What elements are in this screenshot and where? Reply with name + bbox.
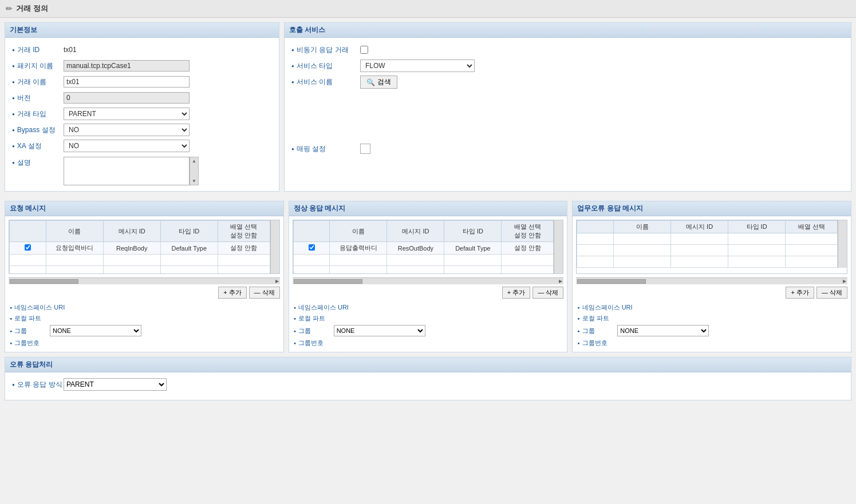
res-v-scrollbar[interactable]: [554, 220, 563, 274]
request-add-button[interactable]: + 추가: [218, 287, 246, 299]
table-row[interactable]: 요청입력바디 ReqInBody Default Type 설정 안함: [10, 242, 270, 255]
response-add-button[interactable]: + 추가: [502, 287, 530, 299]
response-delete-button[interactable]: — 삭제: [532, 287, 563, 299]
req-row-msgid: ReqInBody: [103, 242, 160, 255]
req-row-check[interactable]: [10, 242, 46, 255]
tx-name-row: 거래 이름: [12, 76, 272, 88]
req-v-scrollbar[interactable]: [270, 220, 279, 274]
err-col-array: 배열 선택: [786, 221, 838, 233]
table-row[interactable]: [577, 256, 838, 268]
request-namespace-link[interactable]: 네임스페이스 URI: [10, 303, 279, 312]
package-input[interactable]: [64, 60, 190, 72]
res-row-array: 설정 안함: [502, 242, 554, 255]
basic-info-panel: 기본정보 거래 ID tx01 패키지 이름 거래 이름 버전: [5, 22, 279, 192]
req-col-array: 배열 선택설정 안함: [218, 221, 270, 242]
table-row[interactable]: [293, 266, 554, 275]
table-row[interactable]: [577, 245, 838, 256]
req-h-scroll-arrow: ▶: [275, 279, 279, 284]
res-row-typeid: Default Type: [444, 242, 502, 255]
error-table-container: 이름 메시지 ID 타입 ID 배열 선택: [576, 220, 847, 274]
tx-name-label: 거래 이름: [12, 77, 64, 87]
table-row[interactable]: [10, 266, 270, 275]
service-type-label: 서비스 타입: [291, 61, 360, 71]
version-row: 버전: [12, 92, 272, 104]
response-table-scroll-area: 이름 메시지 ID 타입 ID 배열 선택설정 안함 응답출력바디: [293, 220, 563, 274]
desc-textarea[interactable]: [64, 157, 190, 185]
err-v-scrollbar[interactable]: [838, 220, 847, 268]
req-h-scroll-thumb: [10, 279, 78, 284]
req-h-scrollbar[interactable]: ▶: [9, 277, 280, 284]
request-table-scroll-area: 이름 메시지 ID 타입 ID 배열 선택설정 안함 요청입력바디: [9, 220, 279, 274]
call-service-body: 비동기 응답 거래 서비스 타입 FLOW SERVICE EJB 서비스 이름…: [285, 38, 851, 160]
res-col-msgid: 메시지 ID: [387, 221, 444, 242]
async-row: 비동기 응답 거래: [291, 43, 844, 56]
bypass-row: Bypass 설정 NO YES: [12, 124, 272, 136]
version-input[interactable]: [64, 92, 190, 104]
scroll-up-arrow[interactable]: ▲: [192, 158, 196, 164]
response-table-inner: 이름 메시지 ID 타입 ID 배열 선택설정 안함 응답출력바디: [293, 220, 554, 274]
err-col-msgid: 메시지 ID: [671, 221, 728, 233]
err-col-name: 이름: [614, 221, 671, 233]
scroll-down-arrow[interactable]: ▼: [192, 178, 196, 184]
error-namespace-link[interactable]: 네임스페이스 URI: [577, 303, 846, 312]
table-row[interactable]: [293, 255, 554, 266]
response-group-select[interactable]: NONE GROUP1: [334, 325, 425, 336]
service-name-row: 서비스 이름 🔍 검색: [291, 76, 844, 89]
request-groupnum-label: 그룹번호: [10, 339, 50, 347]
response-footer: 네임스페이스 URI 로컬 파트 그룹 NONE GROUP1 그룹번호: [289, 301, 567, 352]
bypass-select[interactable]: NO YES: [64, 124, 190, 136]
error-table: 이름 메시지 ID 타입 ID 배열 선택: [577, 220, 838, 268]
edit-icon: ✏: [6, 4, 13, 13]
async-checkbox[interactable]: [360, 46, 368, 54]
error-add-button[interactable]: + 추가: [786, 287, 814, 299]
error-method-select[interactable]: PARENT SELF CUSTOM: [64, 378, 167, 391]
req-col-check: [10, 221, 46, 242]
message-area: 요청 메시지 이름 메시지 ID 타입 ID 배열 선택설정 안함: [5, 201, 851, 352]
window-title: 거래 정의: [16, 3, 48, 14]
table-row[interactable]: 응답출력바디 ResOutBody Default Type 설정 안함: [293, 242, 554, 255]
req-row-array: 설정 안함: [218, 242, 270, 255]
request-localpart-link[interactable]: 로컬 파트: [10, 314, 279, 323]
service-type-select[interactable]: FLOW SERVICE EJB: [360, 59, 475, 72]
table-row[interactable]: [577, 233, 838, 245]
service-search-button[interactable]: 🔍 검색: [360, 76, 397, 89]
error-localpart-link[interactable]: 로컬 파트: [577, 314, 846, 323]
request-delete-button[interactable]: — 삭제: [249, 287, 280, 299]
request-group-label: 그룹: [10, 327, 50, 335]
package-label: 패키지 이름: [12, 61, 64, 71]
error-method-row: 오류 응답 방식 PARENT SELF CUSTOM: [12, 378, 844, 391]
error-actions: + 추가 — 삭제: [573, 284, 851, 301]
response-localpart-link[interactable]: 로컬 파트: [294, 314, 563, 323]
res-row-check[interactable]: [293, 242, 330, 255]
err-col-check: [577, 221, 614, 233]
bypass-label: Bypass 설정: [12, 125, 64, 135]
request-group-select[interactable]: NONE GROUP1: [50, 325, 141, 336]
req-row-name: 요청입력바디: [46, 242, 103, 255]
error-group-select[interactable]: NONE GROUP1: [617, 325, 709, 336]
basic-info-header: 기본정보: [5, 23, 279, 38]
request-groupnum-field: 그룹번호: [10, 339, 279, 347]
tx-name-input[interactable]: [64, 76, 190, 88]
err-h-scrollbar[interactable]: ▶: [576, 277, 847, 284]
res-col-typeid: 타입 ID: [444, 221, 502, 242]
response-message-panel: 정상 응답 메시지 이름 메시지 ID 타입 ID 배열 선택설정 안함: [289, 201, 568, 352]
res-h-scroll-arrow: ▶: [559, 279, 562, 284]
mapping-checkbox[interactable]: [360, 144, 370, 154]
mapping-label: 매핑 설정: [291, 144, 360, 154]
desc-scrollbar: ▲ ▼: [190, 157, 199, 185]
error-group-label: 그룹: [577, 327, 617, 335]
response-group-field: 그룹 NONE GROUP1: [294, 325, 563, 336]
tx-type-select[interactable]: PARENT CHILD STANDALONE: [64, 108, 190, 120]
tx-type-label: 거래 타입: [12, 109, 64, 119]
err-col-typeid: 타입 ID: [728, 221, 786, 233]
xa-select[interactable]: NO YES: [64, 140, 190, 152]
request-table-inner: 이름 메시지 ID 타입 ID 배열 선택설정 안함 요청입력바디: [9, 220, 270, 274]
response-actions: + 추가 — 삭제: [289, 284, 567, 301]
desc-area: 설명 ▲ ▼: [12, 157, 272, 185]
table-row[interactable]: [10, 255, 270, 266]
async-label: 비동기 응답 거래: [291, 45, 360, 55]
response-table-container: 이름 메시지 ID 타입 ID 배열 선택설정 안함 응답출력바디: [293, 220, 564, 274]
res-h-scrollbar[interactable]: ▶: [293, 277, 564, 284]
error-delete-button[interactable]: — 삭제: [816, 287, 847, 299]
response-namespace-link[interactable]: 네임스페이스 URI: [294, 303, 563, 312]
